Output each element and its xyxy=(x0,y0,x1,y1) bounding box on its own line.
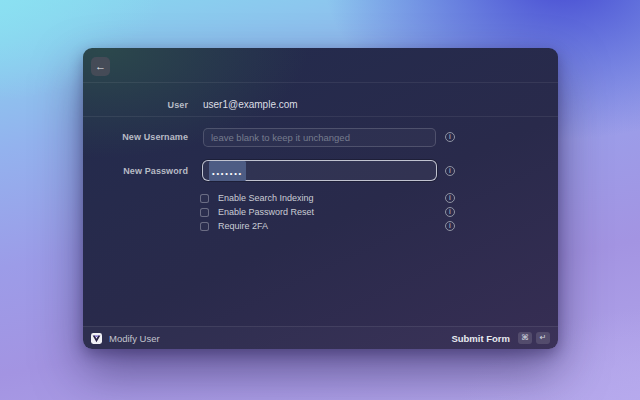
new-username-label: New Username xyxy=(83,132,188,142)
checkbox-require-2fa[interactable] xyxy=(200,222,209,231)
back-button[interactable]: ← xyxy=(91,57,110,76)
info-icon[interactable]: i xyxy=(445,193,455,203)
info-icon[interactable]: i xyxy=(445,166,455,176)
command-glyph: ⌘ xyxy=(521,334,529,342)
checkbox-row-search-indexing: Enable Search Indexing xyxy=(200,192,314,204)
footer-title: Modify User xyxy=(109,333,160,344)
modify-user-window: ← User user1@example.com New Username i … xyxy=(83,48,558,349)
user-field-label: User xyxy=(83,100,188,110)
checkbox-search-indexing[interactable] xyxy=(200,194,209,203)
checkbox-row-require-2fa: Require 2FA xyxy=(200,220,268,232)
command-key-icon: ⌘ xyxy=(518,332,532,344)
info-icon[interactable]: i xyxy=(445,221,455,231)
password-masked-value: ••••••• xyxy=(212,169,243,178)
info-icon[interactable]: i xyxy=(445,132,455,142)
info-glyph: i xyxy=(449,168,451,175)
password-selection-highlight: ••••••• xyxy=(209,161,246,181)
info-glyph: i xyxy=(449,223,451,230)
new-password-input[interactable]: ••••••• xyxy=(202,160,437,181)
submit-form-button[interactable]: Submit Form xyxy=(451,333,510,344)
info-glyph: i xyxy=(449,134,451,141)
info-icon[interactable]: i xyxy=(445,207,455,217)
info-glyph: i xyxy=(449,195,451,202)
checkbox-label: Enable Password Reset xyxy=(218,207,314,217)
checkbox-label: Enable Search Indexing xyxy=(218,193,314,203)
user-row-divider xyxy=(83,116,558,117)
checkbox-label: Require 2FA xyxy=(218,221,268,231)
new-password-label: New Password xyxy=(83,166,188,176)
footer-action-bar: Modify User Submit Form ⌘ ↵ xyxy=(83,326,558,349)
enter-glyph: ↵ xyxy=(540,334,547,342)
checkbox-password-reset[interactable] xyxy=(200,208,209,217)
modify-user-app-icon xyxy=(91,333,102,344)
user-field-value: user1@example.com xyxy=(203,99,298,110)
new-username-input[interactable] xyxy=(203,128,436,147)
checkbox-row-password-reset: Enable Password Reset xyxy=(200,206,314,218)
enter-key-icon: ↵ xyxy=(536,332,550,344)
info-glyph: i xyxy=(449,209,451,216)
back-arrow-icon: ← xyxy=(95,61,106,72)
header-divider xyxy=(83,82,558,83)
